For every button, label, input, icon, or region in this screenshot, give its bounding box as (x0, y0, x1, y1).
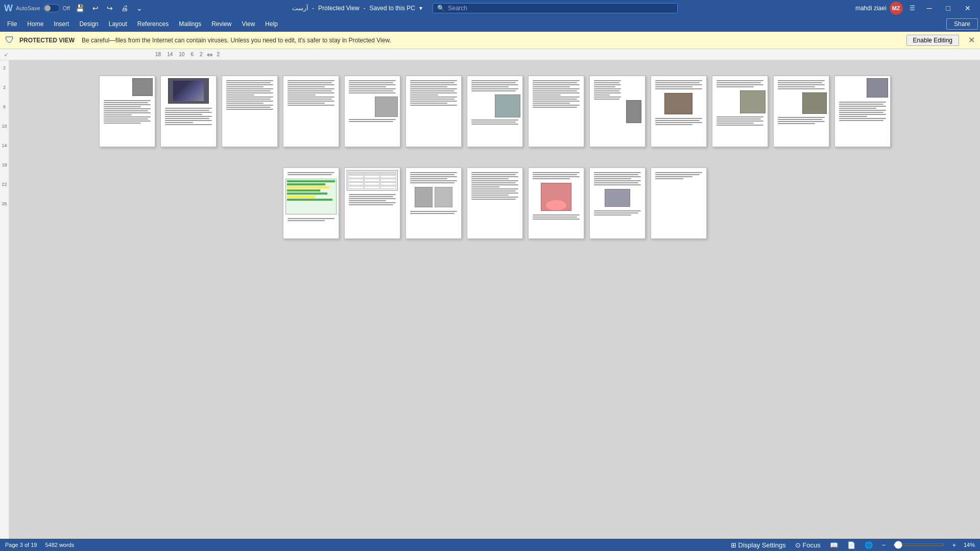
side-num-6: 6 (3, 104, 6, 109)
doc-page-12[interactable] (773, 76, 829, 147)
title-bar: W AutoSave Off 💾 ↩ ↪ 🖨 ⌄ آرست - Protecte… (0, 0, 980, 16)
menu-view[interactable]: View (237, 18, 260, 30)
doc-page-11[interactable] (712, 76, 768, 147)
close-button[interactable]: ✕ (960, 2, 976, 14)
user-name: mahdi ziaei (855, 5, 887, 12)
close-protected-bar-button[interactable]: ✕ (968, 35, 975, 45)
zoom-slider[interactable] (893, 544, 944, 546)
shield-icon: 🛡 (5, 35, 14, 45)
doc-page-1[interactable] (99, 76, 155, 147)
display-settings-button[interactable]: ⊞ Display Settings (729, 541, 787, 549)
ruler-bar: ↙ 18 14 10 6 2 ⇔ 2 (0, 49, 980, 60)
undo-button[interactable]: ↩ (90, 3, 101, 13)
doc-page-6[interactable] (405, 76, 462, 147)
menu-bar: File Home Insert Design Layout Reference… (0, 16, 980, 32)
redo-button[interactable]: ↪ (104, 3, 115, 13)
dropdown-arrow[interactable]: ▾ (419, 5, 422, 12)
print-layout-button[interactable]: 📄 (846, 541, 857, 549)
doc-page-14[interactable] (283, 167, 339, 239)
side-num-18: 18 (2, 162, 7, 167)
word-count: 5482 words (45, 542, 74, 548)
search-input[interactable] (448, 5, 652, 12)
doc-page-18[interactable] (528, 167, 584, 239)
autosave-state: Off (63, 5, 70, 11)
title-dash: - (312, 5, 314, 12)
doc-page-19[interactable] (589, 167, 646, 239)
user-avatar[interactable]: MZ (890, 2, 903, 15)
menu-help[interactable]: Help (260, 18, 283, 30)
side-num-2b: 2 (3, 85, 6, 90)
enable-editing-button[interactable]: Enable Editing (906, 35, 959, 46)
zoom-out-button[interactable]: − (880, 541, 888, 549)
ruler-corner: ↙ (2, 52, 10, 57)
web-layout-button[interactable]: 🌐 (863, 541, 874, 549)
protected-view-message: Be careful—files from the Internet can c… (82, 37, 901, 44)
titlebar-right: mahdi ziaei MZ ☰ ─ □ ✕ (688, 2, 976, 15)
menu-file[interactable]: File (2, 18, 22, 30)
minimize-button[interactable]: ─ (922, 2, 937, 14)
menu-insert[interactable]: Insert (49, 18, 74, 30)
ruler-num-6: 6 (188, 52, 196, 57)
content-area[interactable]: 2 2 6 10 14 18 22 26 (0, 60, 980, 539)
doc-page-17[interactable] (467, 167, 523, 239)
print-button[interactable]: 🖨 (118, 3, 131, 13)
pages-row-2 (283, 167, 707, 239)
menu-home[interactable]: Home (22, 18, 49, 30)
side-num-2a: 2 (3, 65, 6, 70)
side-ruler: 2 2 6 10 14 18 22 26 (0, 60, 9, 539)
doc-page-5[interactable] (344, 76, 400, 147)
ruler-num-14: 14 (165, 52, 175, 57)
customize-button[interactable]: ⌄ (134, 3, 145, 13)
doc-page-15[interactable] (344, 167, 400, 239)
doc-page-13[interactable] (834, 76, 891, 147)
focus-icon: ⊙ (795, 541, 801, 549)
menu-mailings[interactable]: Mailings (174, 18, 206, 30)
display-settings-icon: ⊞ (731, 541, 736, 549)
doc-page-2[interactable] (160, 76, 217, 147)
zoom-in-button[interactable]: + (950, 541, 958, 549)
ruler-num-2: 2 (198, 52, 205, 57)
ruler-content: 18 14 10 6 2 ⇔ 2 (10, 51, 222, 59)
menu-design[interactable]: Design (74, 18, 103, 30)
autosave-toggle[interactable] (43, 4, 60, 12)
status-bar: Page 3 of 19 5482 words ⊞ Display Settin… (0, 539, 980, 551)
menu-references[interactable]: References (132, 18, 174, 30)
doc-page-10[interactable] (651, 76, 707, 147)
ruler-resize-handle[interactable]: ⇔ (207, 51, 213, 59)
menu-layout[interactable]: Layout (104, 18, 132, 30)
ruler-num-10: 10 (177, 52, 186, 57)
menu-review[interactable]: Review (206, 18, 236, 30)
doc-title: آرست (292, 5, 308, 12)
titlebar-left: W AutoSave Off 💾 ↩ ↪ 🖨 ⌄ (4, 3, 292, 14)
statusbar-left: Page 3 of 19 5482 words (5, 542, 729, 548)
doc-page-20[interactable] (651, 167, 707, 239)
title-center: آرست - Protected View - Saved to this PC… (292, 5, 422, 12)
read-mode-button[interactable]: 📖 (828, 541, 840, 549)
doc-page-4[interactable] (283, 76, 339, 147)
autosave-label: AutoSave (16, 5, 40, 11)
doc-page-7[interactable] (467, 76, 523, 147)
word-logo: W (4, 3, 13, 14)
zoom-level: 14% (964, 542, 975, 548)
doc-page-9[interactable] (589, 76, 646, 147)
doc-page-16[interactable] (405, 167, 462, 239)
restore-button[interactable]: □ (941, 2, 955, 14)
ribbon-display-button[interactable]: ☰ (907, 4, 918, 13)
doc-page-3[interactable] (222, 76, 278, 147)
side-num-10: 10 (2, 124, 7, 129)
page-info: Page 3 of 19 (5, 542, 37, 548)
save-button[interactable]: 💾 (73, 3, 87, 13)
share-button[interactable]: Share (946, 18, 978, 30)
search-icon: 🔍 (437, 5, 445, 12)
side-num-26: 26 (2, 201, 7, 206)
search-bar[interactable]: 🔍 (433, 3, 678, 13)
side-num-14: 14 (2, 143, 7, 148)
protected-view-title: PROTECTED VIEW (19, 37, 75, 44)
doc-page-8[interactable] (528, 76, 584, 147)
ruler-num-2b: 2 (215, 52, 222, 57)
user-info: mahdi ziaei MZ (855, 2, 903, 15)
title-dash2: - (364, 5, 366, 12)
save-location: Saved to this PC (370, 5, 415, 12)
focus-button[interactable]: ⊙ Focus (794, 541, 822, 549)
pages-row-1 (99, 76, 891, 147)
